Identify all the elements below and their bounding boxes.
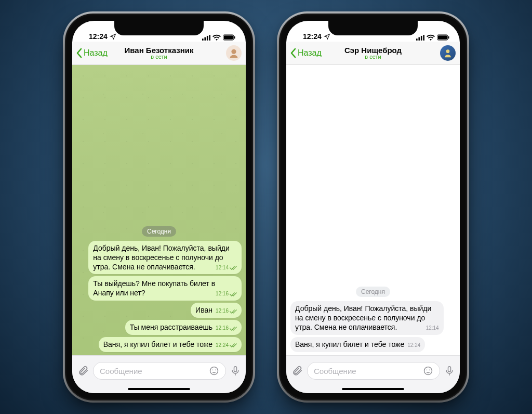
mic-icon[interactable] — [444, 365, 455, 377]
phone-1: 12:24 Назад — [65, 14, 253, 400]
avatar[interactable] — [226, 45, 242, 61]
date-pill: Сегодня — [356, 287, 390, 297]
cellular-icon — [202, 35, 210, 41]
svg-point-7 — [231, 49, 236, 54]
svg-point-20 — [424, 367, 432, 375]
svg-point-19 — [446, 49, 450, 53]
message-time: 12:16 — [216, 325, 229, 332]
message-text: Добрый день, Иван! Пожалуйста, выйди на … — [93, 244, 229, 271]
message-text: Ваня, я купил билет и тебе тоже — [295, 340, 404, 348]
back-button[interactable]: Назад — [76, 48, 108, 58]
message-text: Добрый день, Иван! Пожалуйста, выйди на … — [295, 304, 431, 331]
svg-rect-17 — [438, 35, 447, 39]
chat-area[interactable]: Сегодня Добрый день, Иван! Пожалуйста, в… — [286, 65, 460, 355]
location-icon — [110, 33, 116, 40]
message-time: 12:14 — [426, 325, 439, 332]
battery-icon — [437, 34, 449, 41]
message-text: Ваня, я купил билет и тебе тоже — [103, 340, 212, 348]
status-time: 12:24 — [303, 32, 322, 41]
read-ticks-icon — [230, 326, 237, 331]
message-out[interactable]: Добрый день, Иван! Пожалуйста, выйди на … — [88, 241, 242, 275]
read-ticks-icon — [230, 343, 237, 348]
svg-point-9 — [212, 370, 214, 371]
screen: 12:24 Назад — [286, 21, 460, 393]
memoji-icon — [228, 47, 240, 59]
back-label: Назад — [84, 48, 108, 58]
svg-rect-5 — [224, 35, 233, 39]
avatar-person-icon — [443, 48, 453, 58]
svg-rect-14 — [421, 35, 422, 40]
svg-rect-13 — [418, 37, 420, 40]
back-button[interactable]: Назад — [290, 48, 322, 58]
svg-rect-12 — [416, 38, 418, 41]
home-indicator[interactable] — [342, 388, 404, 390]
message-text: Ты выйдешь? Мне покупать билет в Анапу и… — [93, 279, 215, 297]
chat-area[interactable]: Сегодня Добрый день, Иван! Пожалуйста, в… — [72, 65, 246, 355]
message-out[interactable]: Ваня, я купил билет и тебе тоже 12:24 — [99, 337, 242, 352]
sticker-icon[interactable] — [209, 366, 219, 376]
phone-2: 12:24 Назад — [279, 14, 467, 400]
svg-point-8 — [210, 367, 218, 375]
message-in[interactable]: Добрый день, Иван! Пожалуйста, выйди на … — [290, 301, 444, 335]
svg-point-10 — [215, 370, 216, 371]
svg-rect-23 — [448, 367, 451, 372]
notch — [328, 21, 418, 35]
svg-rect-1 — [204, 37, 206, 40]
svg-rect-15 — [423, 35, 424, 41]
cellular-icon — [416, 35, 424, 41]
status-time: 12:24 — [89, 32, 108, 41]
location-icon — [324, 33, 330, 40]
svg-point-22 — [429, 370, 430, 371]
avatar[interactable] — [440, 45, 456, 61]
wifi-icon — [212, 34, 221, 41]
chevron-left-icon — [76, 48, 83, 58]
read-ticks-icon — [230, 309, 237, 314]
svg-rect-18 — [448, 36, 449, 39]
input-placeholder: Сообщение — [100, 367, 142, 376]
screen: 12:24 Назад — [72, 21, 246, 393]
message-input[interactable]: Сообщение — [93, 362, 226, 380]
read-ticks-icon — [230, 292, 237, 297]
message-time: 12:24 — [407, 342, 420, 349]
chat-header: Назад Сэр Нищеброд в сети — [286, 42, 460, 65]
message-text: Иван — [195, 306, 212, 314]
message-time: 12:16 — [216, 308, 229, 315]
message-time: 12:14 — [216, 265, 229, 271]
date-pill: Сегодня — [142, 226, 176, 237]
battery-icon — [223, 34, 235, 41]
notch — [114, 21, 204, 35]
message-time: 12:24 — [216, 342, 229, 349]
back-label: Назад — [298, 48, 322, 58]
svg-rect-6 — [234, 36, 235, 39]
svg-rect-2 — [207, 35, 208, 40]
svg-rect-0 — [202, 38, 204, 41]
message-out[interactable]: Ты выйдешь? Мне покупать билет в Анапу и… — [88, 276, 242, 301]
message-out[interactable]: Иван 12:16 — [191, 303, 242, 318]
attach-icon[interactable] — [77, 365, 89, 377]
attach-icon[interactable] — [291, 365, 303, 377]
svg-rect-3 — [209, 35, 210, 41]
chat-header: Назад Иван Безотказник в сети — [72, 42, 246, 65]
message-time: 12:16 — [216, 291, 229, 297]
svg-point-21 — [427, 370, 428, 371]
mic-icon[interactable] — [230, 365, 241, 377]
message-text: Ты меня расстраиваешь — [130, 323, 212, 331]
message-input[interactable]: Сообщение — [307, 362, 440, 380]
input-placeholder: Сообщение — [314, 367, 356, 376]
home-indicator[interactable] — [128, 388, 190, 390]
svg-rect-11 — [234, 367, 237, 372]
wifi-icon — [427, 34, 435, 41]
sticker-icon[interactable] — [423, 366, 433, 376]
read-ticks-icon — [230, 265, 237, 270]
message-out[interactable]: Ты меня расстраиваешь 12:16 — [125, 320, 242, 335]
message-in[interactable]: Ваня, я купил билет и тебе тоже 12:24 — [290, 337, 425, 352]
chevron-left-icon — [290, 48, 297, 58]
